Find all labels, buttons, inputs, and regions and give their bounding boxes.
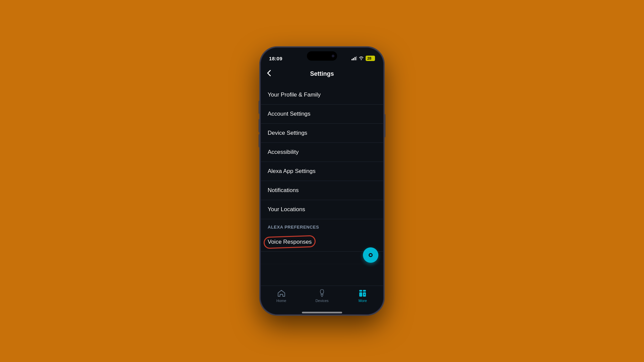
settings-item-label: Your Profile & Family	[268, 92, 321, 98]
battery-level: 28	[367, 56, 371, 60]
settings-item-label: Alexa App Settings	[268, 168, 316, 174]
svg-point-0	[320, 289, 324, 294]
more-icon-cell-3	[359, 292, 362, 297]
dynamic-island	[307, 51, 337, 61]
more-icon: +	[359, 289, 367, 297]
phone-outer: 18:09	[260, 47, 384, 315]
settings-item-notifications[interactable]: Notifications	[261, 181, 383, 200]
settings-item-profile[interactable]: Your Profile & Family	[261, 85, 383, 105]
tab-more[interactable]: + More	[353, 289, 373, 303]
fab-icon	[369, 253, 373, 257]
devices-icon	[318, 289, 326, 297]
tab-home[interactable]: Home	[271, 289, 291, 303]
back-button[interactable]	[267, 70, 271, 78]
status-icons: 28	[352, 56, 375, 61]
header: Settings	[261, 65, 383, 83]
more-icon-cell-plus: +	[363, 292, 366, 297]
tab-more-label: More	[359, 299, 367, 303]
section-header-text: Alexa Preferences	[268, 225, 319, 230]
settings-item-label: Your Locations	[268, 206, 305, 213]
tab-home-label: Home	[276, 299, 286, 303]
voice-responses-label: Voice Responses	[268, 239, 312, 245]
settings-item-alexa-app[interactable]: Alexa App Settings	[261, 162, 383, 181]
signal-icon	[352, 56, 357, 60]
tab-devices[interactable]: Devices	[312, 289, 332, 303]
page-background: 18:09	[0, 0, 644, 362]
fab-button[interactable]	[363, 247, 378, 263]
settings-item-label: Accessibility	[268, 149, 299, 155]
settings-item-label: Device Settings	[268, 130, 307, 136]
phone-inner: 18:09	[261, 48, 383, 314]
alexa-preferences-section-header: Alexa Preferences	[261, 219, 383, 233]
settings-item-label: Account Settings	[268, 111, 311, 117]
settings-item-locations[interactable]: Your Locations	[261, 200, 383, 219]
voice-responses-annotation: Voice Responses	[268, 239, 312, 245]
home-icon	[277, 289, 285, 297]
dynamic-island-dot	[332, 55, 334, 57]
home-bar-line	[302, 312, 342, 313]
tab-bar: Home Devices	[261, 286, 383, 312]
settings-item-device[interactable]: Device Settings	[261, 124, 383, 143]
settings-item-voice-responses[interactable]: Voice Responses	[261, 233, 383, 252]
battery-icon: 28	[366, 56, 375, 61]
status-bar: 18:09	[261, 48, 383, 65]
more-icon-cell-1	[359, 290, 362, 292]
settings-item-label: Notifications	[268, 187, 299, 193]
more-icon-cell-2	[363, 290, 366, 292]
wifi-icon	[359, 56, 364, 61]
settings-list: Your Profile & Family Account Settings D…	[261, 83, 383, 286]
status-time: 18:09	[269, 56, 282, 61]
tab-devices-label: Devices	[315, 299, 328, 303]
header-title: Settings	[310, 70, 334, 77]
home-bar	[261, 312, 383, 314]
settings-item-accessibility[interactable]: Accessibility	[261, 143, 383, 162]
settings-item-account[interactable]: Account Settings	[261, 105, 383, 124]
